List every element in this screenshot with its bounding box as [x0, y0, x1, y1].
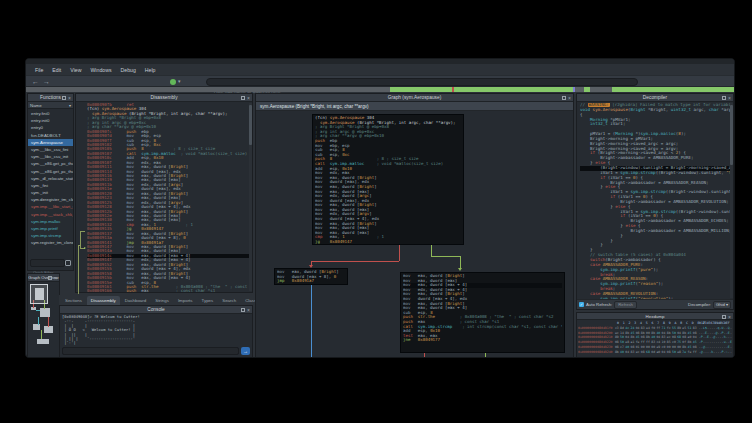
decompiler-title-label: Decompiler — [643, 95, 667, 100]
close-icon[interactable]: × — [728, 315, 731, 319]
close-icon[interactable]: × — [568, 96, 571, 100]
refresh-button[interactable]: Refresh — [614, 301, 637, 309]
omnibar — [206, 78, 638, 86]
debug-start-icon[interactable] — [170, 79, 176, 85]
hexdump-row[interactable]: 0x00000000080492408b400483ec08680da00408… — [578, 350, 732, 355]
close-icon[interactable]: × — [247, 96, 250, 100]
tab-disassembly[interactable]: Disassembly — [87, 296, 120, 305]
close-icon[interactable]: × — [68, 96, 71, 100]
functions-column-header[interactable]: Name ▾ — [28, 102, 73, 109]
close-icon[interactable]: × — [247, 308, 250, 312]
disassembly-scrollbar[interactable] — [249, 103, 252, 291]
tab-types[interactable]: Types — [198, 296, 218, 305]
decompiler-panel: Decompiler × // WARNING: [r2ghidra] Fail… — [576, 93, 734, 310]
graph-panel: Graph (sym.Aerospause) × sym.Aerospause … — [255, 93, 574, 358]
console-input-box — [62, 347, 239, 355]
edge-true — [485, 353, 486, 357]
decompiler-panel-title: Decompiler × — [577, 94, 733, 102]
tab-imports[interactable]: Imports — [174, 296, 197, 305]
function-list-item[interactable]: sym._dl_relocate_static_pie — [28, 175, 73, 182]
function-list-item[interactable]: sym._init — [28, 189, 73, 196]
menu-help[interactable]: Help — [141, 66, 160, 74]
graph-title-label: Graph (sym.Aerospause) — [388, 95, 442, 100]
hexdump-grid[interactable]: 0 1 2 3 4 5 6 7 8 9 A B C D E F012345678… — [578, 321, 732, 357]
function-list-item[interactable]: fcn.DEADBOLT — [28, 132, 73, 139]
decompiler-engine-select[interactable]: Ghid▾ — [713, 301, 731, 309]
tab-sections[interactable]: Sections — [61, 296, 86, 305]
undock-icon[interactable] — [722, 96, 726, 100]
edge-true — [431, 245, 432, 256]
back-button[interactable]: ← — [32, 77, 39, 86]
undock-icon[interactable] — [722, 315, 726, 319]
decompiler-engine-label: Decompiler: — [688, 302, 711, 307]
basic-block-node[interactable]: mov eax, dword [Bright]mov eax, dword [e… — [400, 272, 565, 353]
hexdump-panel: Hexdump × 0 1 2 3 4 5 6 7 8 9 A B C D E … — [576, 312, 734, 358]
graph-canvas[interactable]: (fcn) sym.Aerospause 304 sym.Aerospause … — [256, 111, 573, 357]
hexdump-title-label: Hexdump — [646, 314, 665, 319]
functions-panel-title: Functions × — [28, 94, 73, 102]
function-list-item[interactable]: sym.__x86.get_pc_thunk.bx — [28, 168, 73, 175]
menu-view[interactable]: View — [66, 66, 85, 74]
graph-overview-minimap[interactable] — [28, 282, 59, 357]
close-icon[interactable]: × — [54, 276, 57, 280]
function-list-item[interactable]: sym.__libc_csu_init — [28, 153, 73, 160]
function-list-item[interactable]: sym.deregister_tm_clones — [28, 196, 73, 203]
function-list-item[interactable]: entry.fini0 — [28, 110, 73, 117]
minimap-viewport[interactable] — [30, 284, 48, 304]
undock-icon[interactable] — [48, 276, 52, 280]
function-list-item[interactable]: entry0 — [28, 124, 73, 131]
tab-dashboard[interactable]: Dashboard — [121, 296, 150, 305]
function-list-item[interactable]: sym._fini — [28, 182, 73, 189]
graph-node-line[interactable]: jmp 0x80491a7 — [277, 279, 345, 284]
graph-node-line[interactable]: jne 0x8049177 — [403, 338, 562, 343]
console-input[interactable] — [63, 358, 238, 359]
menu-file[interactable]: File — [31, 66, 47, 74]
menu-windows[interactable]: Windows — [86, 66, 115, 74]
filter-options-icon[interactable] — [65, 260, 71, 266]
tab-search[interactable]: Search — [218, 296, 240, 305]
decompiler-line[interactable]: void sym.Aerospause(Bright *Bright, uint… — [580, 108, 733, 113]
function-list-item[interactable]: entry.init0 — [28, 117, 73, 124]
decompiler-scrollbar[interactable] — [730, 103, 733, 298]
function-list-item[interactable]: sym.imp.__libc_start_main — [28, 203, 73, 210]
function-list-item[interactable]: sym.imp.malloc — [28, 218, 73, 225]
edge-arrow-icon — [458, 268, 462, 271]
basic-block-node[interactable]: (fcn) sym.Aerospause 304 sym.Aerospause … — [312, 114, 464, 245]
tab-strings[interactable]: Strings — [151, 296, 173, 305]
cutter-window: FileEditViewWindowsDebugHelp ← → ▾ Funct… — [25, 58, 735, 358]
functions-list: entry.fini0entry.init0entry0fcn.DEADBOLT… — [28, 110, 73, 256]
disassembly-panel: Disassembly × 0x080490fb ret(fcn) sym.Ae… — [75, 93, 253, 293]
menu-debug[interactable]: Debug — [117, 66, 140, 74]
edge-true — [431, 256, 460, 257]
function-list-item[interactable]: sym.Aerospause — [28, 139, 73, 146]
debug-dropdown-chevron-icon[interactable]: ▾ — [178, 78, 181, 84]
console-execute-button[interactable]: → — [241, 347, 250, 355]
chevron-down-icon[interactable]: ▾ — [69, 103, 71, 108]
seekbar[interactable] — [26, 87, 734, 92]
scrollbar-thumb[interactable] — [730, 105, 733, 165]
function-list-item[interactable]: sym.register_tm_clones — [28, 239, 73, 246]
menu-edit[interactable]: Edit — [48, 66, 65, 74]
function-list-item[interactable]: sym.__x86.get_pc_thunk.bp — [28, 160, 73, 167]
undock-icon[interactable] — [62, 96, 66, 100]
function-list-item[interactable]: sym.__libc_csu_fini — [28, 146, 73, 153]
function-list-item[interactable]: sym.imp.printf — [28, 225, 73, 232]
close-icon[interactable]: × — [728, 96, 731, 100]
disassembly-line[interactable]: 0x08049166 push eax ; const char *s1 — [87, 289, 252, 292]
graph-node-line[interactable]: jg 0x8049147 — [315, 240, 461, 245]
function-list-item[interactable]: sym.imp.__stack_chk_fail — [28, 211, 73, 218]
console-panel-title: Console × — [60, 306, 252, 314]
graph-overview-title: Graph Overview × — [28, 274, 59, 282]
undock-icon[interactable] — [241, 96, 245, 100]
screen-background: FileEditViewWindowsDebugHelp ← → ▾ Funct… — [0, 0, 752, 423]
disassembly-listing: 0x080490fb ret(fcn) sym.Aerospause 304 s… — [76, 102, 252, 292]
basic-block-node[interactable]: mov eax, dword [Bright]mov dword [eax + … — [274, 268, 348, 285]
undock-icon[interactable] — [241, 308, 245, 312]
auto-refresh-checkbox[interactable]: ✓ — [579, 302, 584, 307]
forward-button[interactable]: → — [43, 77, 50, 86]
seekbar-function-region — [390, 87, 734, 92]
dock-tab-bar: SectionsDisassemblyDashboardStringsImpor… — [59, 295, 253, 305]
undock-icon[interactable] — [562, 96, 566, 100]
function-list-item[interactable]: sym.imp.strcmp — [28, 232, 73, 239]
scrollbar-thumb[interactable] — [249, 105, 252, 145]
